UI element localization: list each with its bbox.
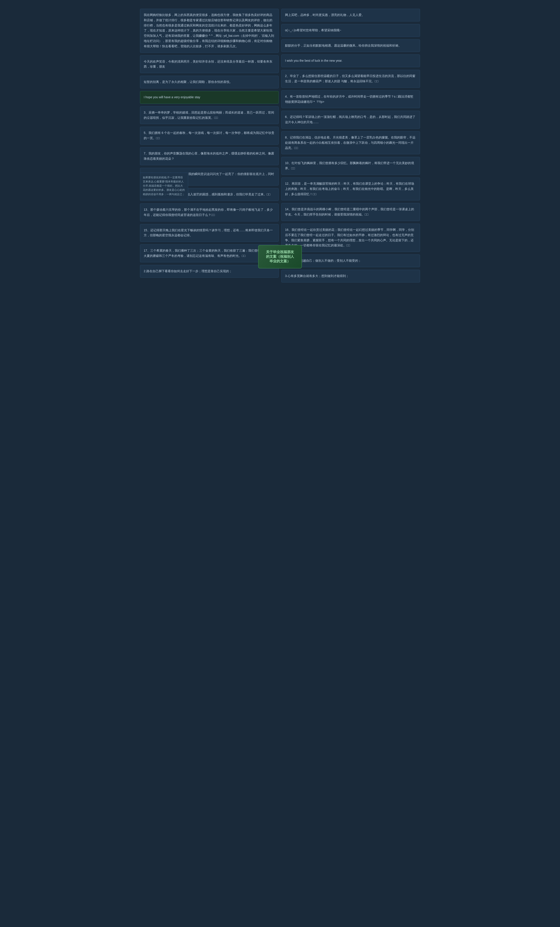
card-27: 2.路在自己脚下看看你如何去走好下一步；理想是靠自己实现的； — [140, 265, 279, 278]
card-14: 8、记得我们在湖边，信步地走着。月光很柔美，像罩上了一层乳白色的朦胧。在我的眼帘… — [281, 131, 420, 154]
card-6: I wish you the best of luck in the new y… — [281, 55, 420, 67]
card-13: 5、我们拥有 6 个在一起的春秋，每一次游戏，每一次探讨，每一次争吵，都将成为我… — [140, 127, 279, 144]
card-2: 网上买吧，品种多，时尚更实惠，漂亮的礼物，人见人爱。 — [281, 9, 420, 21]
card-5: 今天的欢声笑语，今夜的清风明月，美好却并非永恒，还没来得及分享最后一杯酒，却要各… — [140, 55, 279, 73]
card-10: 4、有一首歌曾轻声地唱过，在年轻的岁月中，或许时间带走一切拥有过的季节？s □颧… — [281, 90, 420, 108]
card-8: 2、毕业了，多么想留住那些温暖的日子，但又多么渴望着能早日投进生活的洪流，那以往… — [281, 70, 420, 88]
card-21: 13、那个拨动着六弦琴的你，那个满不在乎地拾起黑发的你，即将像一只鸽子般地飞走了… — [140, 204, 279, 222]
card-25: 17、三个希冀的春天，我们播种了三次；三个金黄的秋天，我们收获了三遍；我们曾经受… — [140, 245, 279, 262]
card-1: 我在网购经验比较多，网上的东西真的便宜很多，选购也很方便，我收集了很多热卖好评的… — [140, 9, 279, 53]
col-right: 网上买吧，品种多，时尚更实惠，漂亮的礼物，人见人爱。o(∩_∩)o希望对您有帮助… — [281, 9, 420, 283]
card-23: 15、还记得那天晚上我们在星光下畅谈的情景吗？谈学习，理想，还有……将来即使我们… — [140, 224, 279, 242]
card-12: 6、还记得吗？军训场上的一顶顶红帽，阅兵场上嘹亮的口号，是的，从那时起，我们共同… — [281, 111, 420, 129]
card-20: 14、我们曾是并肩战斗的两棵小树，我们曾经是二重唱中的两个声部，我们曾经是一张课… — [281, 203, 420, 221]
card-26: 3.心有多宽舞台就有多大；想到做到才能得到； — [281, 270, 420, 283]
card-24: 1.相信自己超越自己；做别人不做的；受别人不能受的； — [281, 254, 420, 267]
col-left: 我在网购经验比较多，网上的东西真的便宜很多，选购也很方便，我收集了很多热卖好评的… — [140, 9, 279, 283]
main-layout: 我在网购经验比较多，网上的东西真的便宜很多，选购也很方便，我收集了很多热卖好评的… — [140, 5, 420, 287]
card-18: 12、再回首，是一串充满酸甜苦辣的昨天：昨天，有我们在课堂上的争论；昨天，有我们… — [281, 178, 420, 201]
card-16: 10、红叶纷飞的枫林里，我们曾拥有多少回忆。那飘舞着的枫叶，将我们带进一个无比美… — [281, 157, 420, 175]
card-11: 3、采摘一串串的梦，学校的嬉戏，回想起是那么缤纷绚丽；而成长的道途，竟已一跃而过… — [140, 106, 279, 124]
card-3: o(∩_∩)o希望对您有帮助，希望采纳我哦~ — [281, 24, 420, 37]
card-15: 7、我的朋友，你的声音飘荡在我的心里，像那海水的低吟之声，缓缓走静听着的松林之间… — [140, 147, 279, 165]
card-9: I hope you will have a very enjoyable st… — [140, 91, 279, 104]
card-22: 16、我们曾经在一起欣赏过美丽的花；我们曾经在一起幻想过美丽的季节，同学啊，同学… — [281, 223, 420, 252]
card-7: 短暂的别离，是为了永久的相聚，让我们期盼，那份永恒的喜悦。 — [140, 76, 279, 88]
center-label: 关于毕业祝福朋友的文案（祝福别人毕业的文案） — [258, 245, 302, 269]
card-4: 默默的分手，正如当初默默地相遇。愿这温馨的微风，给你捎去我深情的祝福和祈祷。 — [281, 40, 420, 52]
page-wrapper: 我在网购经验比较多，网上的东西真的便宜很多，选购也很方便，我收集了很多热卖好评的… — [140, 5, 420, 287]
left-note: 如果要给朋友的祝福,不一定要用语言来表达,心最重要!我本和最好的人分开,祝福语都… — [140, 173, 188, 199]
